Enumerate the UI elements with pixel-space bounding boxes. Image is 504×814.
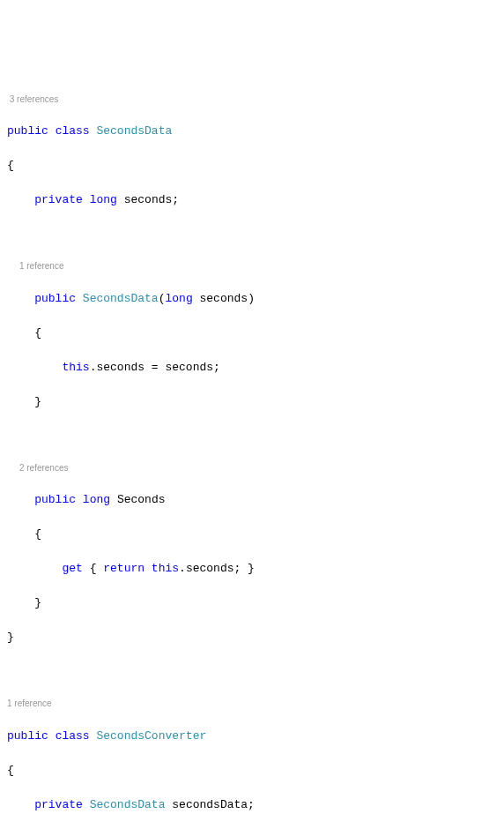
- code-line: }: [7, 629, 497, 646]
- code-line: }: [7, 594, 497, 612]
- keyword-get: get: [62, 562, 82, 575]
- code-line: private long seconds;: [7, 191, 497, 209]
- codelens[interactable]: 3 references: [7, 93, 497, 106]
- keyword-long: long: [83, 493, 110, 506]
- code-line: {: [7, 157, 497, 175]
- keyword-long: long: [90, 193, 117, 206]
- keyword-class: class: [56, 729, 90, 743]
- code-line: {: [7, 526, 497, 543]
- code-line: public class SecondsData: [7, 123, 497, 140]
- code-line: {: [7, 762, 497, 780]
- field-name: seconds: [124, 193, 173, 206]
- code-line: private SecondsData secondsData;: [7, 796, 497, 814]
- type-name: SecondsData: [96, 124, 172, 138]
- code-line: }: [7, 393, 497, 411]
- keyword-public: public: [7, 729, 48, 743]
- codelens[interactable]: 2 references: [7, 462, 497, 474]
- type-ref: SecondsData: [90, 798, 166, 811]
- keyword-private: private: [34, 193, 83, 206]
- codelens[interactable]: 1 reference: [7, 260, 497, 273]
- keyword-public: public: [7, 124, 48, 138]
- keyword-class: class: [56, 124, 90, 138]
- codelens[interactable]: 1 reference: [7, 698, 497, 710]
- type-name: SecondsConverter: [96, 729, 206, 743]
- keyword-private: private: [34, 798, 83, 811]
- param-name: seconds: [200, 292, 248, 305]
- keyword-this: this: [152, 562, 179, 575]
- code-line: this.seconds = seconds;: [7, 359, 497, 377]
- property-name: Seconds: [117, 493, 166, 506]
- keyword-public: public: [34, 292, 76, 305]
- code-line: get { return this.seconds; }: [7, 560, 497, 578]
- code-editor[interactable]: 3 references public class SecondsData { …: [7, 76, 497, 814]
- code-line: public class SecondsConverter: [7, 728, 497, 745]
- code-line: public long Seconds: [7, 491, 497, 509]
- param-ref: seconds: [165, 361, 213, 374]
- keyword-public: public: [34, 493, 76, 506]
- field-ref: seconds: [186, 562, 234, 575]
- blank-line: [7, 428, 497, 445]
- field-ref: seconds: [96, 361, 145, 374]
- keyword-this: this: [62, 361, 89, 374]
- blank-line: [7, 226, 497, 243]
- keyword-return: return: [103, 562, 145, 575]
- blank-line: [7, 663, 497, 681]
- ctor-name: SecondsData: [83, 292, 159, 305]
- keyword-long: long: [165, 292, 192, 305]
- code-line: {: [7, 325, 497, 342]
- field-name: secondsData: [172, 798, 248, 811]
- code-line: public SecondsData(long seconds): [7, 290, 497, 308]
